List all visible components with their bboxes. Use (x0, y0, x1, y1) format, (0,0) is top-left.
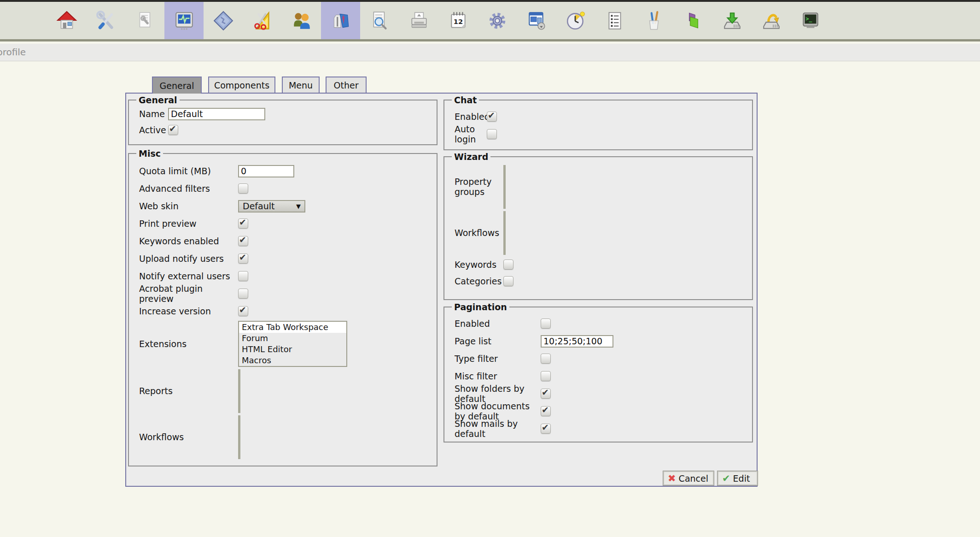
breadcrumb: profile (0, 47, 26, 58)
show-documents-checkbox[interactable] (541, 406, 551, 416)
workflows-label: Workflows (139, 432, 238, 442)
name-input[interactable] (168, 108, 265, 120)
page-list-label: Page list (455, 336, 541, 346)
clock-icon[interactable] (556, 2, 595, 39)
advanced-filters-label: Advanced filters (139, 183, 238, 194)
quota-limit-label: Quota limit (MB) (139, 166, 238, 176)
calendar-icon[interactable]: 12 (438, 2, 478, 39)
print-preview-checkbox[interactable] (238, 218, 248, 229)
cut-measure-icon[interactable] (243, 2, 282, 39)
increase-version-label: Increase version (139, 306, 238, 316)
tab-general[interactable]: General (152, 77, 202, 94)
extensions-label: Extensions (139, 339, 238, 349)
property-groups-listbox[interactable] (503, 165, 506, 209)
import-drive-icon[interactable] (712, 2, 752, 39)
notify-external-users-label: Notify external users (139, 271, 238, 281)
general-fieldset: General Name Active (128, 95, 438, 145)
tab-components[interactable]: Components (208, 77, 275, 93)
quota-limit-input[interactable] (238, 165, 294, 177)
show-folders-checkbox[interactable] (541, 389, 551, 399)
print-icon[interactable] (399, 2, 438, 39)
type-filter-label: Type filter (455, 354, 541, 364)
print-preview-label: Print preview (139, 218, 238, 229)
list-item[interactable]: Extra Tab Workspace (239, 322, 346, 333)
wizard-categories-label: Categories (455, 276, 503, 286)
upload-notify-users-checkbox[interactable] (238, 254, 248, 264)
chat-fieldset: Chat Enabled Auto login (443, 95, 753, 150)
misc-fieldset: Misc Quota limit (MB) Advanced filters W… (128, 148, 438, 466)
web-skin-label: Web skin (139, 201, 238, 211)
wizard-workflows-label: Workflows (455, 228, 503, 238)
toolbar: 12 >_ (0, 2, 980, 41)
name-label: Name (139, 109, 168, 119)
wizard-categories-checkbox[interactable] (503, 276, 513, 286)
misc-filter-label: Misc filter (455, 371, 541, 381)
tasklist-icon[interactable] (595, 2, 634, 39)
home-icon[interactable] (47, 2, 86, 39)
upload-notify-users-label: Upload notify users (139, 254, 238, 264)
svg-text:>_: >_ (805, 16, 812, 23)
show-mails-checkbox[interactable] (541, 424, 551, 434)
flags-icon[interactable] (673, 2, 712, 39)
active-label: Active (139, 125, 168, 135)
chat-legend: Chat (452, 95, 479, 105)
dropdown-arrow-icon: ▼ (296, 203, 301, 210)
wizard-legend: Wizard (452, 152, 490, 162)
preview-icon[interactable] (360, 2, 399, 39)
chat-enabled-label: Enabled (455, 112, 487, 122)
general-legend: General (136, 95, 180, 105)
acrobat-plugin-preview-checkbox[interactable] (238, 289, 248, 299)
wizard-keywords-label: Keywords (455, 260, 503, 270)
settings-gear-icon[interactable] (478, 2, 517, 39)
profiles-icon[interactable] (321, 2, 360, 39)
increase-version-checkbox[interactable] (238, 306, 248, 316)
cancel-x-icon (668, 473, 676, 484)
keywords-enabled-checkbox[interactable] (238, 236, 248, 246)
list-item[interactable]: Forum (239, 333, 346, 344)
list-item[interactable]: HTML Editor (239, 344, 346, 355)
tab-menu[interactable]: Menu (282, 77, 320, 93)
pens-icon[interactable] (634, 2, 673, 39)
breadcrumb-bar: profile (0, 44, 980, 61)
export-drive-icon[interactable] (752, 2, 791, 39)
tab-other[interactable]: Other (326, 77, 367, 93)
page-list-input[interactable] (541, 335, 613, 348)
auto-login-label: Auto login (455, 124, 487, 144)
diamond-icon[interactable] (204, 2, 243, 39)
notify-external-users-checkbox[interactable] (238, 271, 248, 281)
list-item[interactable]: Macros (239, 355, 346, 366)
monitor-activity-icon[interactable] (164, 2, 204, 39)
show-mails-label: Show mails by default (455, 419, 541, 439)
wizard-fieldset: Wizard Property groups Workflows Keyword… (443, 152, 753, 300)
workflows-listbox[interactable] (238, 415, 240, 459)
pagination-legend: Pagination (452, 302, 509, 312)
pagination-fieldset: Pagination Enabled Page list Type filter… (443, 302, 753, 443)
pagination-enabled-checkbox[interactable] (541, 319, 551, 329)
property-groups-label: Property groups (455, 177, 503, 197)
extensions-listbox[interactable]: Extra Tab Workspace Forum HTML Editor Ma… (238, 321, 347, 367)
type-filter-checkbox[interactable] (541, 354, 551, 364)
cancel-button[interactable]: Cancel (663, 471, 714, 485)
misc-filter-checkbox[interactable] (541, 371, 551, 381)
window-transfer-icon[interactable] (517, 2, 556, 39)
reports-listbox[interactable] (238, 369, 240, 413)
chat-enabled-checkbox[interactable] (487, 112, 497, 122)
advanced-filters-checkbox[interactable] (238, 183, 248, 194)
tools-icon[interactable] (86, 2, 125, 39)
keywords-enabled-label: Keywords enabled (139, 236, 238, 246)
edit-button[interactable]: Edit (718, 471, 758, 485)
web-skin-select[interactable]: Default ▼ (238, 200, 305, 212)
auto-login-checkbox[interactable] (487, 129, 497, 139)
pagination-enabled-label: Enabled (455, 319, 541, 329)
edit-check-icon (722, 473, 730, 484)
wizard-workflows-listbox[interactable] (503, 211, 506, 255)
misc-legend: Misc (136, 148, 163, 159)
svg-text:12: 12 (453, 18, 462, 25)
acrobat-plugin-preview-label: Acrobat plugin preview (139, 283, 238, 304)
wizard-keywords-checkbox[interactable] (503, 260, 513, 270)
users-icon[interactable] (282, 2, 321, 39)
document-tools-icon[interactable] (125, 2, 164, 39)
reports-label: Reports (139, 386, 238, 396)
active-checkbox[interactable] (168, 125, 178, 135)
terminal-icon[interactable]: >_ (791, 2, 830, 39)
